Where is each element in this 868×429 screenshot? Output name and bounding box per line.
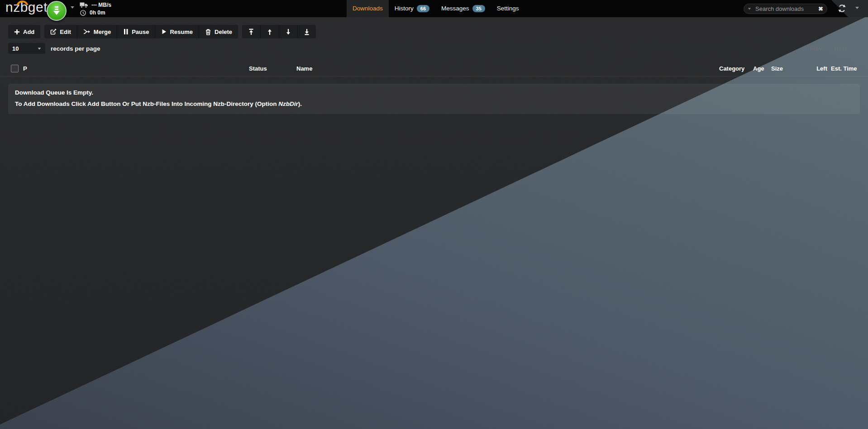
column-priority: P: [23, 65, 27, 72]
tab-history[interactable]: History 66: [389, 0, 435, 17]
truck-icon: [80, 2, 88, 8]
pagination: ← Prev Next →: [802, 45, 854, 52]
pause-icon: [123, 29, 129, 35]
tab-history-label: History: [395, 0, 414, 17]
tab-downloads-label: Downloads: [353, 0, 383, 17]
column-size: Size: [771, 65, 783, 72]
records-per-page-label: records per page: [51, 45, 100, 52]
column-est-time: Est. Time: [831, 65, 857, 72]
speed-value: --- MB/s: [91, 2, 111, 8]
select-all-checkbox[interactable]: [11, 65, 19, 72]
play-icon: [161, 29, 167, 35]
time-left-value: 0h 0m: [90, 10, 105, 16]
move-down-button[interactable]: [279, 25, 298, 38]
plus-icon: [14, 29, 20, 35]
resume-button-label: Resume: [170, 29, 193, 35]
tab-settings[interactable]: Settings: [491, 0, 525, 17]
delete-button[interactable]: Delete: [199, 25, 238, 38]
add-button[interactable]: Add: [8, 25, 40, 38]
pause-button-label: Pause: [132, 29, 149, 35]
search-box: ✖: [744, 4, 827, 14]
edit-button-label: Edit: [60, 29, 71, 35]
empty-hint-prefix: To Add Downloads Click Add Button Or Put…: [15, 100, 278, 107]
messages-count-badge: 35: [472, 5, 485, 12]
add-button-label: Add: [23, 29, 34, 35]
queue-toolbar: Add Edit Merge: [8, 25, 316, 38]
tab-settings-label: Settings: [497, 0, 519, 17]
move-bottom-button[interactable]: [298, 25, 316, 38]
move-down-icon: [285, 29, 291, 35]
empty-hint-suffix: ).: [298, 100, 302, 107]
main-tabs: Downloads History 66 Messages 35 Setting…: [347, 0, 525, 17]
nzbget-app: nzbget --- MB/s 0h 0m Downloads His: [0, 0, 868, 429]
records-per-page-value: 10: [12, 45, 19, 52]
queue-table-header: P Status Name Category Age Size Left Est…: [0, 62, 868, 76]
search-input[interactable]: [754, 5, 818, 13]
move-bottom-icon: [304, 29, 310, 35]
move-actions-group: [242, 25, 316, 38]
logo-menu-caret-icon[interactable]: [71, 6, 74, 9]
edit-button[interactable]: Edit: [44, 25, 77, 38]
navbar-corner-shade: [830, 0, 868, 17]
column-name: Name: [296, 65, 312, 72]
clock-icon: [80, 10, 86, 16]
edit-actions-group: Edit Merge Pause Resume: [44, 25, 238, 38]
move-up-icon: [267, 29, 273, 35]
edit-icon: [50, 29, 57, 35]
merge-icon: [83, 29, 91, 35]
tab-downloads[interactable]: Downloads: [347, 0, 389, 17]
empty-queue-title: Download Queue Is Empty.: [15, 89, 853, 96]
logo-arc-icon: [16, 0, 29, 5]
column-category: Category: [719, 65, 744, 72]
download-logo-button[interactable]: [47, 1, 67, 21]
resume-button[interactable]: Resume: [155, 25, 199, 38]
delete-button-label: Delete: [215, 29, 232, 35]
speed-indicator[interactable]: --- MB/s: [80, 2, 111, 8]
next-page-link[interactable]: Next →: [834, 45, 854, 52]
tab-messages[interactable]: Messages 35: [435, 0, 491, 17]
refresh-icon[interactable]: [838, 4, 846, 13]
tab-messages-label: Messages: [441, 0, 469, 17]
refresh-menu-caret-icon[interactable]: [855, 7, 859, 9]
pause-button[interactable]: Pause: [117, 25, 155, 38]
column-left: Left: [802, 65, 827, 72]
empty-queue-panel: Download Queue Is Empty. To Add Download…: [8, 84, 860, 114]
clear-search-icon[interactable]: ✖: [818, 6, 823, 12]
download-arrow-icon: [52, 6, 61, 16]
move-top-button[interactable]: [242, 25, 261, 38]
empty-hint-option-name: NzbDir: [278, 100, 298, 107]
empty-queue-hint: To Add Downloads Click Add Button Or Put…: [15, 100, 853, 107]
time-left-indicator: 0h 0m: [80, 10, 105, 16]
merge-button[interactable]: Merge: [77, 25, 117, 38]
column-status: Status: [249, 65, 267, 72]
move-top-icon: [248, 29, 254, 35]
history-count-badge: 66: [417, 5, 429, 12]
prev-page-link[interactable]: ← Prev: [802, 45, 822, 52]
trash-icon: [205, 29, 211, 35]
column-age: Age: [753, 65, 764, 72]
records-per-page-caret-icon: [38, 48, 41, 49]
move-up-button[interactable]: [261, 25, 279, 38]
merge-button-label: Merge: [94, 29, 111, 35]
search-options-caret-icon[interactable]: [748, 8, 751, 10]
records-per-page-select[interactable]: 10: [8, 43, 45, 54]
